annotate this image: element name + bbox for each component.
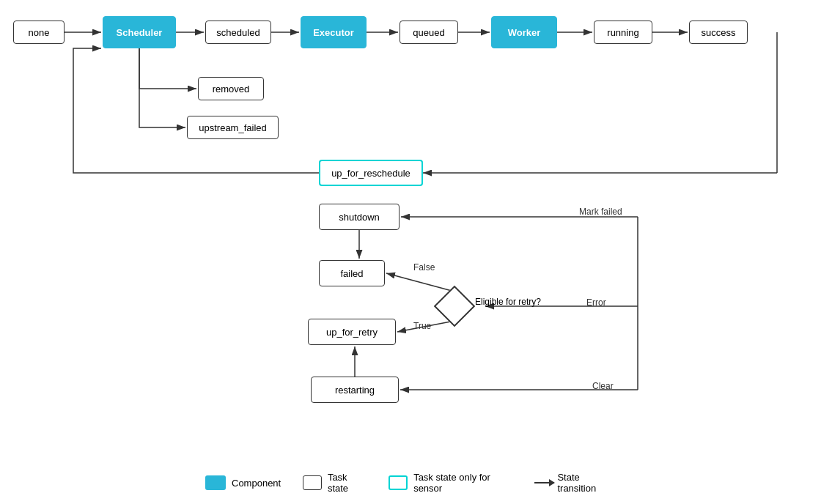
legend-cyan-box [389, 475, 408, 490]
clear-label: Clear [592, 381, 614, 391]
legend-transition: State transition [534, 472, 616, 494]
node-executor: Executor [301, 16, 367, 48]
legend-task-state: Task state [303, 472, 367, 494]
node-failed: failed [319, 260, 385, 286]
node-running: running [594, 21, 652, 44]
svg-line-13 [386, 273, 454, 292]
legend-sensor-state: Task state only for sensor [389, 472, 512, 494]
error-label: Error [586, 297, 606, 308]
mark-failed-label: Mark failed [579, 207, 622, 217]
node-scheduler: Scheduler [103, 16, 176, 48]
node-none: none [13, 21, 65, 44]
node-shutdown: shutdown [319, 204, 400, 230]
true-label: True [413, 321, 431, 331]
arrows-svg [0, 0, 821, 454]
legend-component: Component [205, 475, 281, 490]
node-success: success [689, 21, 748, 44]
node-diamond [440, 292, 469, 321]
false-label: False [413, 262, 435, 273]
legend-white-box [303, 475, 322, 490]
node-up-for-retry: up_for_retry [308, 319, 396, 345]
node-restarting: restarting [311, 377, 399, 403]
node-removed: removed [198, 77, 264, 100]
legend: Component Task state Task state only for… [205, 472, 616, 494]
legend-blue-box [205, 475, 226, 490]
eligible-label: Eligible for retry? [475, 297, 541, 307]
node-queued: queued [400, 21, 458, 44]
diagram: none Scheduler scheduled Executor queued… [0, 0, 821, 454]
node-scheduled: scheduled [205, 21, 271, 44]
node-upstream-failed: upstream_failed [187, 116, 279, 139]
node-up-for-reschedule: up_for_reschedule [319, 160, 423, 186]
legend-arrow-line [534, 482, 555, 483]
node-worker: Worker [491, 16, 557, 48]
